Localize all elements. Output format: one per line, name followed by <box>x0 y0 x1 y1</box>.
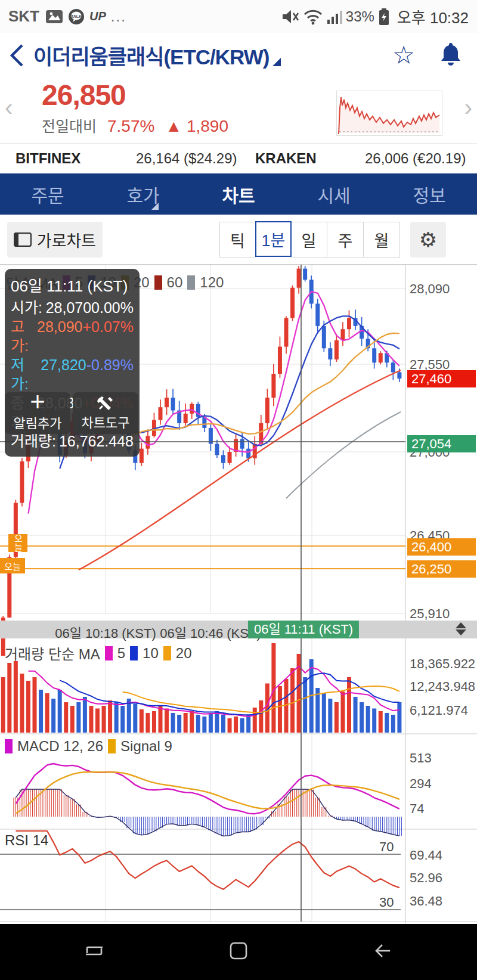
mute-icon <box>280 8 299 25</box>
price-summary: ‹ › 26,850 전일대비 7.57% ▲ 1,890 <box>0 77 477 143</box>
battery-percentage: 33% <box>346 8 374 25</box>
rsi-axis-label: 52.96 <box>410 870 442 886</box>
symbol-selector[interactable]: 이더리움클래식(ETC/KRW) <box>33 40 281 70</box>
change-percent: 7.57% <box>107 117 154 136</box>
tooltip-volume-row: 거래량:16,762.448 <box>11 432 134 451</box>
status-bar: SKT TALK UP ... 33% 오후 10:32 <box>0 0 477 33</box>
tab-orderbook[interactable]: 호가 <box>95 173 191 215</box>
tab-chart[interactable]: 차트 <box>191 173 286 215</box>
change-label: 전일대비 <box>42 114 97 136</box>
rsi-axis-label: 69.44 <box>410 848 442 863</box>
macd-legend: MACD 12, 26 Signal 9 <box>5 738 172 755</box>
current-price: 26,850 <box>42 79 126 111</box>
exchange-price: 26,164 ($24.29) <box>136 150 237 167</box>
time-axis-label: 06일 10:46 (KST) <box>160 622 261 641</box>
interval-1min[interactable]: 1분 <box>255 221 292 257</box>
exchange-price: 26,006 (€20.19) <box>365 150 466 167</box>
price-axis-label: 25,910 <box>410 606 450 622</box>
chart-toolbar: 가로차트 틱 1분 일 주 월 ⚙ <box>0 215 477 264</box>
macd-axis-label: 74 <box>410 801 424 817</box>
back-arrow-icon <box>372 941 394 960</box>
macd-axis-label: 513 <box>410 750 432 766</box>
tooltip-low-row: 저가:27,820-0.89% <box>11 355 134 393</box>
recents-button[interactable] <box>83 941 105 963</box>
gallery-notification-icon <box>45 9 63 24</box>
alerts-bell-button[interactable] <box>439 41 463 70</box>
current-price-badge: 27,460 <box>407 370 476 387</box>
vol-ma10-chip <box>130 646 138 660</box>
signal-icon <box>327 9 342 24</box>
back-nav-button[interactable] <box>372 941 394 963</box>
interval-week[interactable]: 주 <box>327 222 364 258</box>
chart-region[interactable]: 단순 MA 5 10 20 60 120 06일 11:11 (KST) 시가:… <box>0 264 477 924</box>
tab-market[interactable]: 시세 <box>286 173 382 215</box>
plus-icon: ＋ <box>29 395 46 411</box>
today-level-tag: 오늘 <box>8 534 27 552</box>
orderbook-expand-icon <box>151 203 159 210</box>
rsi-overbought-label: 70 <box>379 839 394 855</box>
kakaotalk-notification-icon: TALK <box>68 8 85 25</box>
gear-icon: ⚙ <box>419 228 437 252</box>
more-notifications-icon: ... <box>111 8 126 25</box>
signal-chip <box>108 739 116 753</box>
mini-sparkline-chart <box>336 91 442 136</box>
main-nav-tabs: 주문 호가 차트 시세 정보 <box>0 173 477 215</box>
today-level-tag: 오늘 <box>0 558 25 573</box>
time-axis-bar: 06일 10:18 (KST) 06일 10:46 (KST) T) 06일 1… <box>0 621 477 638</box>
volume-axis-label: 12,243.948 <box>410 679 475 694</box>
battery-icon <box>378 8 390 26</box>
price-axis-label: 28,090 <box>410 281 450 297</box>
android-nav-bar <box>0 924 477 980</box>
landscape-chart-label: 가로차트 <box>37 228 96 252</box>
svg-text:TALK: TALK <box>71 14 82 18</box>
level-price-badge: 26,400 <box>407 538 476 556</box>
volume-ma-legend: 거래량 단순 MA 5 10 20 <box>5 643 192 663</box>
interval-day[interactable]: 일 <box>291 222 327 258</box>
tooltip-date: 06일 11:11 (KST) <box>11 274 134 296</box>
interval-month[interactable]: 월 <box>364 222 400 258</box>
up-notification-icon: UP <box>89 10 106 23</box>
volume-axis-label: 18,365.922 <box>410 656 475 672</box>
rsi-oversold-label: 30 <box>379 895 394 910</box>
bell-icon <box>439 41 463 67</box>
interval-group: 틱 1분 일 주 월 <box>219 222 400 258</box>
pane-resize-handle[interactable] <box>456 622 466 635</box>
macd-chip <box>5 739 13 753</box>
ma60-chip <box>154 275 162 290</box>
carrier-label: SKT <box>8 7 39 26</box>
tab-order[interactable]: 주문 <box>0 173 95 215</box>
crosshair-price-badge: 27,054 <box>407 435 476 452</box>
favorite-star-button[interactable]: ☆ <box>392 43 415 68</box>
next-symbol-chevron[interactable]: › <box>464 94 472 121</box>
chart-tools-button[interactable]: 차트도구 <box>73 392 138 434</box>
vol-ma5-chip <box>105 646 113 660</box>
recents-icon <box>83 941 105 960</box>
landscape-phone-icon <box>14 232 32 247</box>
home-button[interactable] <box>228 941 249 963</box>
ma120-chip <box>187 275 195 290</box>
tooltip-open-row: 시가:28,0700.00% <box>11 298 134 317</box>
vol-ma20-chip <box>163 646 171 660</box>
trading-app: { "status_bar": { "carrier": "SKT", "up"… <box>0 0 477 980</box>
exchange-ticker-row: BITFINEX 26,164 ($24.29) KRAKEN 26,006 (… <box>0 143 477 173</box>
volume-axis-label: 6,121.974 <box>410 703 468 718</box>
crosshair-time-badge: 06일 11:11 (KST) <box>248 621 359 638</box>
exchange-name: KRAKEN <box>255 150 317 167</box>
page-title: 이더리움클래식(ETC/KRW) <box>33 40 269 70</box>
landscape-chart-button[interactable]: 가로차트 <box>7 222 103 258</box>
prev-symbol-chevron[interactable]: ‹ <box>5 94 13 121</box>
change-amount: ▲ 1,890 <box>165 117 228 136</box>
chart-settings-button[interactable]: ⚙ <box>410 222 446 258</box>
add-alert-button[interactable]: ＋ 알림추가 <box>5 392 70 434</box>
tab-info[interactable]: 정보 <box>382 173 477 215</box>
interval-tick[interactable]: 틱 <box>219 222 256 258</box>
rsi-legend: RSI 14 <box>5 832 48 849</box>
rsi-axis-label: 36.48 <box>410 894 442 909</box>
tooltip-high-row: 고가:28,090+0.07% <box>11 317 134 355</box>
tools-icon <box>97 395 114 411</box>
clock: 오후 10:32 <box>397 5 469 27</box>
level-price-badge: 26,250 <box>407 560 476 578</box>
wifi-icon <box>303 8 323 25</box>
back-button[interactable] <box>0 38 33 73</box>
time-axis-label: 06일 10:18 (KST) <box>55 622 156 641</box>
